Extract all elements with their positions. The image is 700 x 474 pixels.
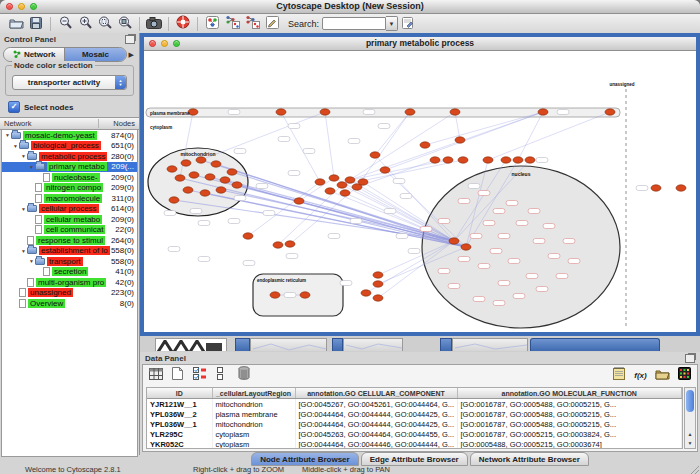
tree-row[interactable]: ▼mosaic-demo-yeast874(0) xyxy=(2,130,137,141)
graph-node[interactable] xyxy=(380,167,390,173)
open-session-button[interactable] xyxy=(6,15,26,32)
graph-node[interactable] xyxy=(373,272,383,278)
select-attributes-button[interactable] xyxy=(191,368,208,383)
tree-expand-icon[interactable]: ▼ xyxy=(20,248,27,254)
select-nodes-checkbox[interactable]: ✓ xyxy=(8,101,20,113)
graph-node[interactable] xyxy=(450,109,460,115)
column-header[interactable]: _cellularLayoutRegion xyxy=(212,388,295,399)
graph-node[interactable] xyxy=(276,109,286,115)
tree-row[interactable]: nucleobase-209(0) xyxy=(2,172,137,183)
graph-node[interactable] xyxy=(373,281,383,287)
graph-node[interactable] xyxy=(167,166,177,172)
graph-node[interactable] xyxy=(211,161,221,167)
graph-node[interactable] xyxy=(538,109,548,115)
annotation-button[interactable] xyxy=(262,15,282,32)
tree-row[interactable]: Overview8(0) xyxy=(2,298,137,309)
graph-node[interactable] xyxy=(651,185,661,191)
graph-node[interactable] xyxy=(449,238,459,244)
tree-row[interactable]: ▼biological_process651(0) xyxy=(2,141,137,152)
graph-node[interactable] xyxy=(243,233,253,239)
graph-node[interactable] xyxy=(220,177,230,183)
tree-row[interactable]: ▼cellular process614(0) xyxy=(2,204,137,215)
scroll-up-icon[interactable]: ▲ xyxy=(685,430,695,439)
table-row[interactable]: YPL036W__2plasma membrane[GO:0044464, GO… xyxy=(147,409,682,419)
tree-expand-icon[interactable]: ▼ xyxy=(28,164,35,170)
graph-node[interactable] xyxy=(320,109,330,115)
tree-row[interactable]: macromolecule311(0) xyxy=(2,193,137,204)
zoom-out-button[interactable] xyxy=(55,15,75,32)
tree-row[interactable]: secretion41(0) xyxy=(2,267,137,278)
float-panel-icon[interactable] xyxy=(685,354,695,363)
tree-row[interactable]: ▼transport558(0) xyxy=(2,256,137,267)
tree-row[interactable]: cell communicat22(0) xyxy=(2,225,137,236)
tree-row[interactable]: unassigned223(0) xyxy=(2,288,137,299)
search-dropdown-arrow[interactable]: ▼ xyxy=(386,16,398,31)
attribute-table-button[interactable] xyxy=(147,368,164,383)
unselect-attributes-button[interactable] xyxy=(213,368,230,383)
import-attribute-file-button[interactable] xyxy=(654,368,671,383)
graph-node[interactable] xyxy=(676,185,686,191)
scrollbar-thumb[interactable] xyxy=(686,390,694,412)
import-attributes-button[interactable] xyxy=(242,15,262,32)
graph-node[interactable] xyxy=(200,190,210,196)
attribute-editor-button[interactable] xyxy=(610,368,627,383)
new-attribute-button[interactable] xyxy=(169,368,186,383)
tree-row[interactable]: ▼primary metabo209(... xyxy=(2,162,137,173)
column-header[interactable]: annotation.GO CELLULAR_COMPONENT xyxy=(295,388,457,399)
graph-node[interactable] xyxy=(420,142,430,148)
graph-node[interactable] xyxy=(501,157,511,163)
tree-row[interactable]: multi-organism pro42(0) xyxy=(2,277,137,288)
column-header[interactable]: annotation.GO MOLECULAR_FUNCTION xyxy=(457,388,682,399)
graph-node[interactable] xyxy=(273,242,283,248)
help-button[interactable] xyxy=(173,15,193,32)
graph-node[interactable] xyxy=(361,290,371,296)
tree-header-network[interactable]: Network xyxy=(0,119,99,128)
graph-node[interactable] xyxy=(370,152,380,158)
vizmapper-button[interactable] xyxy=(202,15,222,32)
resize-grip[interactable] xyxy=(689,462,699,474)
tree-expand-icon[interactable]: ▼ xyxy=(28,258,35,264)
graph-node[interactable] xyxy=(483,157,493,163)
graph-node[interactable] xyxy=(358,179,368,185)
zoom-selected-button[interactable] xyxy=(115,15,135,32)
tree-expand-icon[interactable]: ▼ xyxy=(20,153,27,159)
graph-node[interactable] xyxy=(315,179,325,185)
zoom-fit-button[interactable] xyxy=(95,15,115,32)
node-color-dropdown[interactable]: transporter activity ▲▼ xyxy=(12,75,127,90)
function-builder-button[interactable]: f(x) xyxy=(632,368,649,383)
table-row[interactable]: YKR052Ccytoplasm[GO:0044464, GO:0044446,… xyxy=(147,439,682,449)
table-row[interactable]: YLR295Ccytoplasm[GO:0045263, GO:0044464,… xyxy=(147,429,682,439)
tab-overflow-arrow[interactable]: ▶ xyxy=(127,51,136,59)
column-header[interactable]: ID xyxy=(147,388,212,399)
minimized-window-titlebar[interactable] xyxy=(530,338,660,351)
scroll-down-icon[interactable]: ▼ xyxy=(685,439,695,448)
float-panel-icon[interactable] xyxy=(125,35,135,44)
graph-node[interactable] xyxy=(227,169,237,175)
graph-node[interactable] xyxy=(329,175,339,181)
graph-node[interactable] xyxy=(169,197,179,203)
graph-node[interactable] xyxy=(525,157,535,163)
graph-node[interactable] xyxy=(405,109,415,115)
network-window-titlebar[interactable]: primary metabolic process xyxy=(144,37,696,51)
search-input[interactable] xyxy=(322,17,386,30)
graph-node[interactable] xyxy=(337,182,347,188)
graph-node[interactable] xyxy=(325,188,335,194)
graph-node[interactable] xyxy=(285,241,295,247)
tab-network[interactable]: Network xyxy=(4,48,64,61)
tree-header-nodes[interactable]: Nodes xyxy=(99,119,139,128)
tree-expand-icon[interactable]: ▼ xyxy=(4,132,11,138)
graph-node[interactable] xyxy=(513,157,523,163)
table-row[interactable]: YPL036W__1mitochondrion[GO:0044464, GO:0… xyxy=(147,419,682,429)
tree-row[interactable]: response to stimul264(0) xyxy=(2,235,137,246)
graph-node[interactable] xyxy=(443,157,453,163)
graph-node[interactable] xyxy=(455,137,465,143)
graph-node[interactable] xyxy=(181,160,191,166)
graph-node[interactable] xyxy=(189,172,199,178)
network-canvas[interactable]: plasma membranecytoplasmmitochondrionnuc… xyxy=(144,51,696,332)
minimized-window-edge[interactable] xyxy=(440,338,452,351)
graph-node[interactable] xyxy=(373,295,383,301)
tree-expand-icon[interactable]: ▼ xyxy=(12,143,19,149)
graph-node[interactable] xyxy=(605,109,615,115)
graph-node[interactable] xyxy=(458,157,468,163)
minimized-window[interactable] xyxy=(155,338,227,351)
